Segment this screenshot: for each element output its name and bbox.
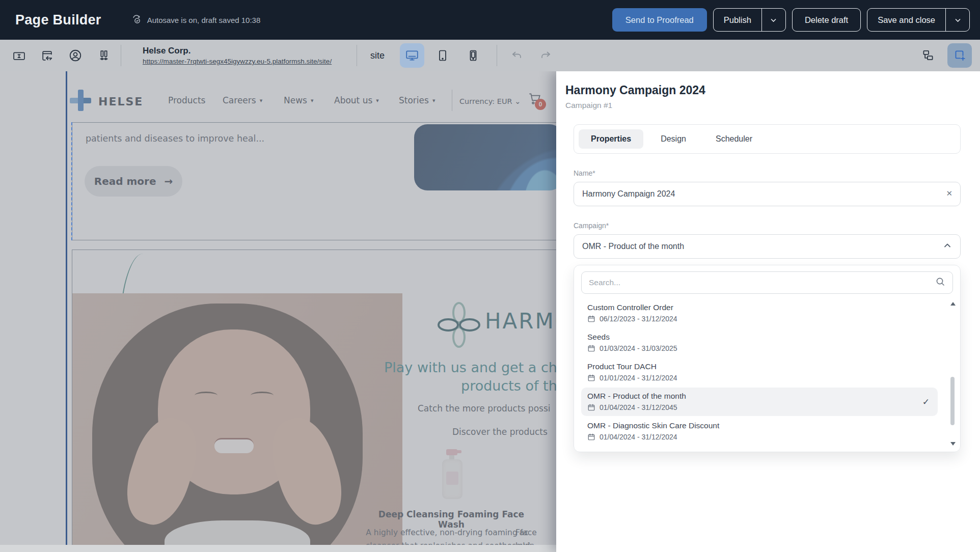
profile-icon[interactable] [68,48,83,63]
search-icon [935,277,945,289]
nav-careers[interactable]: Careers▾ [223,95,262,105]
calendar-icon [587,374,595,382]
panel-subtitle: Campaign #1 [556,97,980,110]
chevron-down-icon: ▾ [432,97,435,104]
site-info: Helse Corp. https://master-7rqtwti-segx4… [143,46,357,65]
campaign-option-list: Custom Controller Order 06/12/2023 - 31/… [581,299,953,446]
section-selection-dashed-border [71,122,72,240]
nav-about-us[interactable]: About us▾ [334,95,379,105]
photo-smile [214,438,254,453]
helse-logo-text: HELSE [98,95,143,108]
name-field-wrap: ✕ [574,182,961,206]
nav-news[interactable]: News▾ [284,95,313,105]
harmony-logo-text: HARMONY [485,309,556,334]
app-title: Page Builder [15,12,101,28]
photo-eye [195,392,217,399]
delete-draft-button[interactable]: Delete draft [792,8,861,32]
campaign-settings-panel: Harmony Campaign 2024 Campaign #1 Proper… [556,71,980,552]
left-tool-icons [12,48,111,63]
scrollbar-thumb[interactable] [950,377,955,425]
page-builder-app: Page Builder Autosave is on, draft saved… [0,0,980,552]
sliders-icon[interactable] [97,49,111,63]
chevron-up-icon [943,241,952,252]
mobile-preview-button[interactable] [461,43,485,68]
preview-left-edge [66,71,67,552]
publish-button[interactable]: Publish [714,9,762,31]
hero-text: patients and diseases to improve heal... [86,133,264,144]
calendar-icon [587,315,595,323]
currency-selector[interactable]: Currency: EUR ⌄ [459,97,521,105]
scroll-down-arrow[interactable] [950,442,956,446]
tab-scheduler[interactable]: Scheduler [703,129,765,149]
save-and-close-dropdown-button[interactable] [946,9,969,31]
horizontal-scrollbar[interactable] [0,545,556,552]
search-input[interactable] [589,278,935,287]
builder-toolbar: Helse Corp. https://master-7rqtwti-segx4… [0,40,980,71]
list-item[interactable]: Custom Controller Order 06/12/2023 - 31/… [581,299,938,327]
woman-photo [72,293,402,551]
tablet-preview-button[interactable] [430,43,455,68]
nav-stories[interactable]: Stories▾ [399,95,435,105]
save-and-close-button[interactable]: Save and close [867,9,946,31]
product-bottle-image [439,449,466,500]
topbar-actions: Send to Proofread Publish Delete draft S… [612,8,970,32]
calendar-icon [587,403,595,411]
campaign-subline2: Discover the products [452,427,548,437]
autosave-text: Autosave is on, draft saved 10:38 [147,16,261,24]
publish-split-button: Publish [713,8,786,32]
hero-wave-image [414,124,556,190]
site-tree-icon[interactable] [916,43,940,68]
device-preview-toggle [400,43,485,68]
list-item[interactable]: OMR - Diagnostic Skin Care Discount 01/0… [581,417,938,446]
site-label: site [370,50,385,61]
send-to-proofread-button[interactable]: Send to Proofread [612,8,707,32]
helse-logo[interactable]: HELSE [68,88,143,115]
nav-products[interactable]: Products [168,95,205,105]
arrow-right-icon: → [164,175,173,187]
publish-dropdown-button[interactable] [762,9,785,31]
text-field-icon[interactable] [12,49,26,63]
top-bar: Page Builder Autosave is on, draft saved… [0,0,980,40]
nav-divider [452,90,452,111]
clear-name-icon[interactable]: ✕ [946,189,952,198]
cart-button[interactable]: 0 [528,92,542,108]
toolbar-divider [357,45,357,66]
frame-swap-icon[interactable] [40,49,54,63]
right-tool-icons [916,43,972,68]
panel-tabs: Properties Design Scheduler [574,124,961,154]
list-item[interactable]: Product Tour DACH 01/01/2024 - 31/12/202… [581,358,938,387]
name-field-label: Name* [574,169,961,177]
campaign-select-value: OMR - Product of the month [582,242,943,251]
helse-logo-icon [68,88,93,115]
campaign-headline-line1: Play with us and get a chanc [384,360,556,375]
cart-count-badge: 0 [535,99,546,110]
panel-title: Harmony Campaign 2024 [556,71,980,97]
autosave-sync-icon [131,14,142,26]
add-block-icon[interactable] [947,43,972,68]
tab-design[interactable]: Design [648,129,698,149]
selected-check-icon: ✓ [922,397,930,407]
toolbar-divider [121,45,121,66]
chevron-down-icon: ▾ [260,97,263,104]
tab-properties[interactable]: Properties [579,129,643,149]
read-more-button[interactable]: Read more→ [85,166,182,197]
chevron-down-icon: ▾ [376,97,379,104]
list-item-selected[interactable]: OMR - Product of the month 01/04/2024 - … [581,388,938,416]
toolbar-divider [497,45,497,66]
desktop-preview-button[interactable] [400,43,424,68]
campaign-field-label: Campaign* [574,222,961,230]
harmony-logo-icon [437,301,481,350]
list-item[interactable]: Seeds 01/03/2024 - 31/03/2025 [581,328,938,357]
dropdown-search [581,271,953,294]
campaign-select[interactable]: OMR - Product of the month [574,234,961,259]
chevron-down-icon: ▾ [311,97,314,104]
history-controls [510,49,552,62]
site-url-link[interactable]: https://master-7rqtwti-segx45igywzzy.eu-… [143,58,357,65]
list-scrollbar[interactable] [949,302,956,446]
redo-icon[interactable] [539,49,552,62]
campaign-subline1: Catch the more products possi [418,403,551,413]
undo-icon[interactable] [510,49,524,62]
calendar-icon [587,344,595,352]
name-input[interactable] [574,182,961,206]
scroll-up-arrow[interactable] [950,302,956,306]
